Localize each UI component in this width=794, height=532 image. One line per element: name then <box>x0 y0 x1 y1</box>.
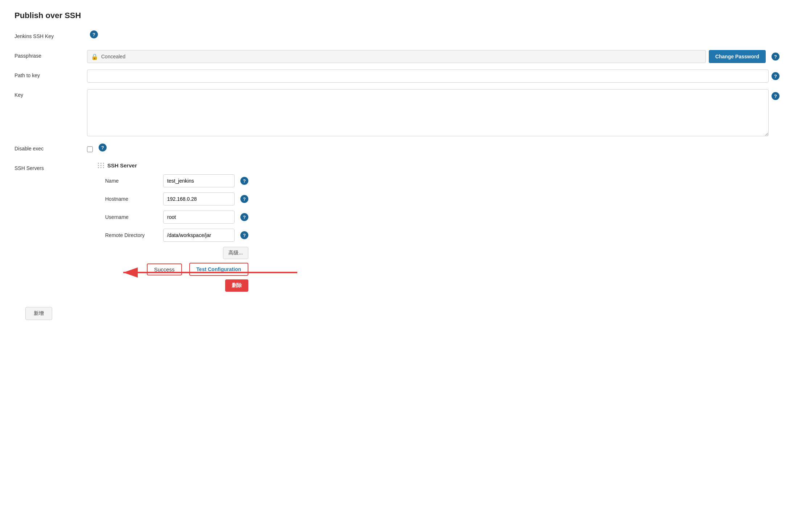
drag-handle[interactable] <box>98 163 104 168</box>
key-row-inner: ? <box>87 89 779 136</box>
ssh-remote-dir-control: ? <box>163 229 248 242</box>
ssh-name-label: Name <box>105 178 163 184</box>
lock-icon: 🔒 <box>91 53 98 60</box>
passphrase-row: Passphrase 🔒 Concealed Change Password ? <box>15 50 779 63</box>
path-to-key-row: Path to key ? <box>15 70 779 83</box>
disable-exec-label: Disable exec <box>15 143 87 151</box>
jenkins-ssh-key-label: Jenkins SSH Key <box>15 30 87 39</box>
change-password-button[interactable]: Change Password <box>709 50 766 63</box>
ssh-remote-dir-input[interactable] <box>163 229 235 242</box>
ssh-name-input[interactable] <box>163 174 235 187</box>
test-configuration-button[interactable]: Test Configuration <box>189 263 248 276</box>
advanced-button[interactable]: 高级... <box>223 247 248 259</box>
ssh-hostname-input[interactable] <box>163 192 235 205</box>
passphrase-field: 🔒 Concealed <box>87 50 706 63</box>
passphrase-control: 🔒 Concealed Change Password ? <box>87 50 779 63</box>
key-row: Key ? <box>15 89 779 136</box>
jenkins-ssh-key-help-icon[interactable]: ? <box>90 30 98 38</box>
page-title: Publish over SSH <box>15 11 779 20</box>
ssh-remote-dir-row: Remote Directory ? <box>105 229 248 242</box>
path-to-key-help-icon[interactable]: ? <box>772 72 779 80</box>
passphrase-label: Passphrase <box>15 50 87 59</box>
ssh-server-header: SSH Server <box>98 162 248 169</box>
key-help-icon[interactable]: ? <box>772 92 779 100</box>
passphrase-text: Concealed <box>101 54 125 59</box>
ssh-name-help-icon[interactable]: ? <box>240 177 248 185</box>
action-row: Success Test Configuration <box>112 263 248 276</box>
ssh-hostname-control: ? <box>163 192 248 205</box>
ssh-hostname-help-icon[interactable]: ? <box>240 195 248 203</box>
delete-button[interactable]: 删除 <box>225 279 248 292</box>
publish-over-ssh-form: Jenkins SSH Key ? Passphrase 🔒 Concealed… <box>15 30 779 292</box>
delete-row: 删除 <box>105 279 248 292</box>
jenkins-ssh-key-row: Jenkins SSH Key ? <box>15 30 779 43</box>
ssh-username-label: Username <box>105 214 163 220</box>
ssh-remote-dir-help-icon[interactable]: ? <box>240 231 248 239</box>
ssh-name-row: Name ? <box>105 174 248 187</box>
ssh-username-help-icon[interactable]: ? <box>240 213 248 221</box>
ssh-server-block: SSH Server Name ? Hostname ? <box>87 162 248 292</box>
jenkins-ssh-key-control: ? <box>87 30 779 38</box>
ssh-hostname-label: Hostname <box>105 196 163 202</box>
disable-exec-checkbox[interactable] <box>87 146 93 152</box>
key-textarea[interactable] <box>87 89 769 136</box>
add-button[interactable]: 新增 <box>25 307 52 320</box>
ssh-servers-control: SSH Server Name ? Hostname ? <box>87 162 779 292</box>
success-badge: Success <box>147 263 182 275</box>
ssh-hostname-row: Hostname ? <box>105 192 248 205</box>
disable-exec-control: ? <box>87 143 779 152</box>
key-label: Key <box>15 89 87 98</box>
path-to-key-control: ? <box>87 70 779 83</box>
path-to-key-input[interactable] <box>87 70 769 83</box>
passphrase-help-icon[interactable]: ? <box>772 53 779 61</box>
path-to-key-label: Path to key <box>15 70 87 78</box>
path-to-key-row-inner: ? <box>87 70 779 83</box>
ssh-servers-label: SSH Servers <box>15 162 87 171</box>
ssh-remote-dir-label: Remote Directory <box>105 232 163 238</box>
ssh-username-row: Username ? <box>105 211 248 224</box>
key-control: ? <box>87 89 779 136</box>
disable-exec-row: Disable exec ? <box>15 143 779 156</box>
ssh-name-control: ? <box>163 174 248 187</box>
ssh-username-input[interactable] <box>163 211 235 224</box>
ssh-username-control: ? <box>163 211 248 224</box>
disable-exec-help-icon[interactable]: ? <box>99 144 107 151</box>
ssh-server-title: SSH Server <box>107 162 137 169</box>
ssh-servers-row: SSH Servers SSH Server Name <box>15 162 779 292</box>
add-section: 新增 <box>15 298 779 320</box>
